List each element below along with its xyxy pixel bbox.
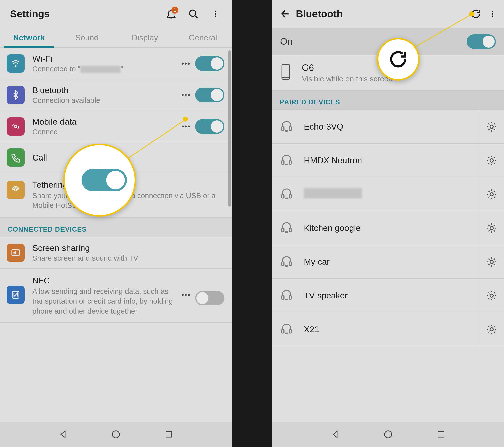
svg-rect-29 [282, 228, 284, 232]
nfc-toggle[interactable] [195, 291, 224, 305]
svg-point-0 [190, 10, 196, 16]
nfc-more-button[interactable]: ••• [177, 291, 195, 299]
row-screen-sharing[interactable]: Screen sharing Share screen and sound wi… [0, 237, 232, 269]
scrollbar[interactable] [228, 50, 231, 207]
headphone-icon [280, 254, 295, 269]
svg-rect-42 [289, 329, 291, 333]
headphone-icon [280, 288, 295, 303]
svg-point-6 [14, 125, 17, 128]
svg-point-7 [15, 189, 17, 191]
nfc-icon [7, 286, 25, 304]
headphone-icon [280, 153, 295, 168]
screen-sharing-icon [7, 244, 25, 262]
svg-point-45 [385, 431, 392, 438]
screen-sharing-subtitle: Share screen and sound with TV [32, 254, 224, 262]
headphone-icon [280, 119, 295, 134]
svg-rect-37 [282, 296, 284, 299]
more-options-button[interactable] [207, 5, 224, 23]
svg-rect-21 [282, 161, 284, 164]
home-nav-button[interactable] [382, 428, 394, 441]
svg-point-4 [215, 15, 216, 17]
navigation-bar [0, 422, 232, 447]
svg-point-2 [215, 11, 216, 12]
svg-point-3 [215, 13, 216, 15]
tab-display[interactable]: Display [116, 28, 174, 47]
bluetooth-subtitle: Connection available [32, 96, 177, 105]
tab-general[interactable]: General [174, 28, 232, 47]
overview-nav-button[interactable] [163, 428, 175, 441]
paired-device-row[interactable]: X21 [272, 312, 504, 346]
bluetooth-title: Bluetooth [32, 85, 177, 95]
svg-rect-39 [285, 299, 288, 300]
paired-device-row[interactable]: Echo-3VQ [272, 110, 504, 144]
device-settings-button[interactable] [479, 279, 504, 312]
device-settings-button[interactable] [479, 211, 504, 245]
home-nav-button[interactable] [110, 428, 122, 441]
row-mobile-data[interactable]: Mobile data Connec ••• [0, 111, 232, 142]
phone-icon [280, 63, 293, 81]
tethering-icon [7, 181, 25, 199]
overview-nav-button[interactable] [435, 428, 447, 441]
device-settings-button[interactable] [479, 312, 504, 346]
paired-device-row[interactable]: My car [272, 245, 504, 279]
square-overview-icon [165, 430, 173, 439]
bluetooth-icon [7, 86, 25, 104]
svg-point-32 [490, 226, 493, 230]
paired-device-row[interactable]: HMDX Neutron [272, 144, 504, 177]
device-settings-button[interactable] [479, 245, 504, 278]
settings-tabs: Network Sound Display General [0, 28, 232, 48]
row-nfc[interactable]: NFC Allow sending and receiving data, su… [0, 269, 232, 322]
svg-rect-34 [289, 262, 291, 266]
device-settings-button[interactable] [479, 110, 504, 143]
device-settings-button[interactable] [479, 177, 504, 211]
paired-device-row[interactable]: TV speaker [272, 279, 504, 312]
search-button[interactable] [184, 5, 202, 23]
mobile-data-icon [7, 117, 25, 136]
settings-topbar: Settings 1 [0, 0, 232, 28]
bluetooth-toggle[interactable] [195, 88, 224, 102]
navigation-bar [272, 422, 504, 447]
triangle-back-icon [330, 430, 340, 439]
bt-more-options-button[interactable] [486, 6, 499, 22]
phone-divider [232, 0, 272, 447]
svg-point-5 [15, 66, 16, 67]
device-name: Kitchen google [304, 223, 361, 233]
notifications-badge: 1 [171, 7, 178, 14]
square-overview-icon [437, 430, 445, 439]
mobile-data-subtitle: Connec [32, 128, 177, 136]
svg-rect-35 [285, 265, 288, 266]
bt-master-toggle[interactable] [467, 34, 496, 49]
tab-network[interactable]: Network [0, 28, 58, 47]
svg-point-10 [112, 431, 120, 438]
callout-toggle-zoom [63, 144, 136, 217]
device-settings-button[interactable] [479, 144, 504, 177]
svg-point-24 [490, 159, 493, 162]
circle-home-icon [383, 430, 393, 439]
wifi-ssid-redacted [80, 66, 121, 73]
notifications-button[interactable]: 1 [162, 5, 180, 23]
tab-sound[interactable]: Sound [58, 28, 116, 47]
bluetooth-page-title: Bluetooth [296, 8, 468, 20]
screen-sharing-title: Screen sharing [32, 243, 224, 253]
svg-rect-25 [282, 194, 284, 198]
svg-rect-27 [285, 197, 288, 199]
settings-list[interactable]: Wi-Fi Connected to "" ••• Bluetooth Conn… [0, 48, 232, 422]
row-wifi[interactable]: Wi-Fi Connected to "" ••• [0, 48, 232, 79]
wifi-toggle[interactable] [195, 56, 224, 71]
wifi-subtitle: Connected to "" [32, 65, 177, 73]
mobile-data-toggle[interactable] [195, 119, 224, 134]
paired-devices-header: PAIRED DEVICES [272, 90, 504, 110]
wifi-more-button[interactable]: ••• [177, 59, 195, 68]
row-bluetooth[interactable]: Bluetooth Connection available ••• [0, 79, 232, 111]
vertical-dots-icon [489, 8, 497, 19]
arrow-left-icon [280, 8, 291, 19]
back-button[interactable] [277, 6, 293, 22]
svg-rect-31 [285, 231, 288, 233]
bluetooth-more-button[interactable]: ••• [177, 91, 195, 99]
svg-rect-11 [166, 432, 172, 437]
svg-point-40 [490, 294, 493, 297]
back-nav-button[interactable] [57, 428, 69, 441]
paired-device-row[interactable]: Kitchen google [272, 211, 504, 245]
back-nav-button[interactable] [329, 428, 341, 441]
paired-device-row[interactable] [272, 177, 504, 211]
